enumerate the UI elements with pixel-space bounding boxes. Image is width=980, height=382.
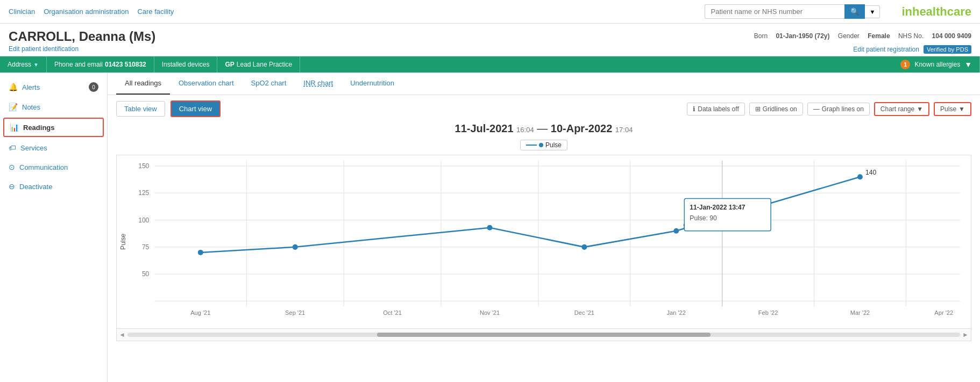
address-expand-icon[interactable]: ▼: [33, 62, 39, 68]
sidebar-item-notes[interactable]: 📝 Notes: [0, 97, 107, 117]
patient-links: Edit patient identification Edit patient…: [9, 45, 971, 54]
svg-text:Mar '22: Mar '22: [850, 309, 870, 316]
info-icon: ℹ: [693, 105, 695, 113]
app-logo: inhealthcare: [901, 5, 971, 19]
data-point-nov[interactable]: [487, 225, 492, 230]
sidebar-notes-label: Notes: [22, 103, 40, 111]
svg-text:Nov '21: Nov '21: [480, 309, 500, 316]
tab-inr-chart[interactable]: INR chart: [295, 73, 342, 95]
sidebar-item-alerts[interactable]: 🔔 Alerts 0: [0, 77, 107, 97]
chart-date-range: 11-Jul-2021 16:04 — 10-Apr-2022 17:04: [116, 122, 971, 135]
pulse-label: Pulse: [940, 105, 956, 113]
gp-value: Lead Lane Practice: [237, 61, 292, 68]
svg-text:Sep '21: Sep '21: [285, 309, 305, 316]
gridlines-button[interactable]: ⊞ Gridlines on: [749, 103, 803, 116]
pulse-button[interactable]: Pulse ▼: [934, 102, 971, 116]
sidebar-readings-label: Readings: [23, 124, 55, 132]
data-point-mar[interactable]: [857, 174, 863, 179]
data-point-sep[interactable]: [293, 244, 298, 250]
svg-text:Pulse: Pulse: [119, 233, 127, 249]
notes-icon: 📝: [9, 103, 18, 111]
chart-range-label: Chart range: [880, 105, 914, 113]
data-labels-button[interactable]: ℹ Data labels off: [687, 103, 745, 116]
gp-label: GP: [225, 61, 234, 68]
logo-text-end: healthcare: [912, 5, 971, 18]
chart-svg: 150 125 100 75 50 Pulse Aug '21 Sep '21 …: [117, 155, 971, 328]
sidebar-alerts-label: Alerts: [22, 83, 40, 91]
chart-view-button[interactable]: Chart view: [171, 100, 221, 117]
tabs-bar: All readings Observation chart SpO2 char…: [108, 73, 980, 95]
data-labels-label: Data labels off: [698, 105, 739, 113]
tab-undernutrition[interactable]: Undernutrition: [342, 73, 403, 95]
chart-range-button[interactable]: Chart range ▼: [874, 102, 929, 116]
gender-label: Gender: [838, 32, 860, 40]
svg-text:11-Jan-2022 13:47: 11-Jan-2022 13:47: [690, 204, 745, 211]
svg-text:140: 140: [865, 169, 876, 176]
scroll-right-button[interactable]: ►: [960, 331, 971, 338]
search-dropdown-button[interactable]: ▼: [865, 5, 880, 18]
graph-lines-button[interactable]: — Graph lines on: [807, 103, 870, 116]
date-range-separator: —: [537, 122, 551, 134]
toolbar-right: ℹ Data labels off ⊞ Gridlines on — Graph…: [687, 102, 971, 116]
search-input[interactable]: [705, 4, 844, 19]
tab-observation-chart[interactable]: Observation chart: [170, 73, 243, 95]
svg-text:Jan '22: Jan '22: [667, 309, 686, 316]
data-point-aug[interactable]: [198, 250, 203, 255]
tab-all-readings[interactable]: All readings: [116, 73, 170, 95]
edit-registration-link[interactable]: Edit patient registration: [853, 46, 919, 53]
bell-icon: 🔔: [9, 83, 18, 91]
line-icon: —: [813, 105, 820, 113]
svg-text:Oct '21: Oct '21: [383, 309, 402, 316]
nav-clinician[interactable]: Clinician: [9, 8, 35, 16]
legend-label: Pulse: [545, 141, 562, 149]
chart-legend: Pulse: [116, 139, 971, 150]
allergy-item: 1 Known allergies ▼: [893, 56, 980, 73]
chart-container: 11-Jul-2021 16:04 — 10-Apr-2022 17:04 Pu…: [108, 122, 980, 350]
scroll-left-button[interactable]: ◄: [117, 331, 127, 338]
sidebar-item-deactivate[interactable]: ⊖ Deactivate: [0, 177, 107, 196]
data-point-dec[interactable]: [581, 244, 587, 250]
content-area: All readings Observation chart SpO2 char…: [108, 73, 980, 382]
graph-lines-label: Graph lines on: [822, 105, 864, 113]
edit-identification-link[interactable]: Edit patient identification: [9, 45, 79, 54]
nav-care-facility[interactable]: Care facility: [137, 8, 174, 16]
chart-start-date: 11-Jul-2021: [455, 122, 514, 134]
scroll-thumb[interactable]: [377, 333, 710, 337]
chart-end-date: 10-Apr-2022: [551, 122, 613, 134]
allergy-expand-icon[interactable]: ▼: [964, 60, 972, 69]
sidebar-communication-label: Communication: [19, 163, 68, 171]
data-point-jan[interactable]: [673, 228, 679, 234]
search-button[interactable]: 🔍: [844, 4, 865, 19]
verified-badge: Verified by PDS: [924, 45, 971, 54]
search-area: 🔍 ▼: [705, 4, 880, 19]
chart-range-dropdown-icon: ▼: [917, 105, 923, 113]
sidebar-deactivate-label: Deactivate: [19, 183, 52, 191]
alerts-badge: 0: [89, 82, 98, 92]
svg-text:100: 100: [138, 217, 149, 224]
installed-devices-label: Installed devices: [162, 61, 210, 68]
nav-org-admin[interactable]: Organisation administration: [44, 8, 129, 16]
tab-spo2-chart[interactable]: SpO2 chart: [243, 73, 295, 95]
phone-label: Phone and email: [54, 61, 103, 68]
svg-text:Aug '21: Aug '21: [190, 309, 210, 316]
chart-bar-icon: 📊: [10, 123, 19, 132]
allergy-label: Known allergies: [914, 61, 960, 68]
phone-value: 01423 510832: [105, 61, 146, 68]
sidebar-item-services[interactable]: 🏷 Services: [0, 138, 107, 157]
table-view-button[interactable]: Table view: [116, 101, 165, 117]
sidebar-item-readings[interactable]: 📊 Readings: [3, 118, 104, 137]
sidebar-item-communication[interactable]: ⊙ Communication: [0, 157, 107, 177]
address-label: Address: [8, 61, 31, 68]
tag-icon: 🏷: [9, 143, 16, 152]
legend-item-pulse: Pulse: [520, 140, 567, 150]
grid-icon: ⊞: [755, 105, 761, 113]
gridlines-label: Gridlines on: [763, 105, 797, 113]
svg-text:Apr '22: Apr '22: [934, 309, 953, 316]
nhs-label: NHS No.: [898, 32, 924, 40]
inr-chart-label: INR chart: [303, 79, 333, 87]
svg-text:50: 50: [142, 270, 150, 278]
scroll-track: [127, 333, 960, 337]
patient-name: CARROLL, Deanna (Ms): [9, 29, 155, 44]
info-bar: Address ▼ Phone and email 01423 510832 I…: [0, 56, 980, 73]
sidebar-services-label: Services: [20, 144, 47, 152]
